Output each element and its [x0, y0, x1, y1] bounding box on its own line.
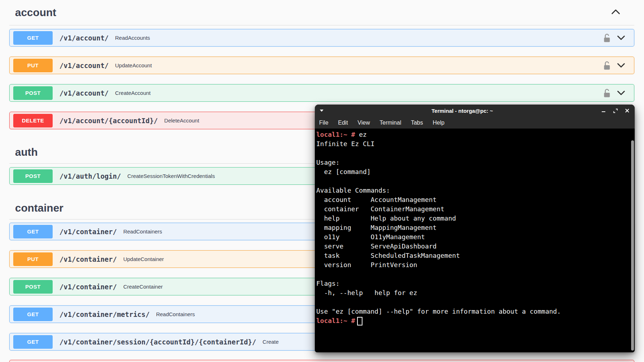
maximize-icon[interactable]	[613, 108, 618, 113]
endpoint-path: /v1/container/	[59, 255, 117, 263]
terminal-prompt-line: local1:~ #	[316, 316, 633, 325]
method-badge: DELETE	[13, 114, 53, 127]
endpoint-summary: ReadContainers	[156, 311, 195, 317]
terminal-line: help Help about any command	[316, 214, 633, 223]
screen: account GET /v1/account/ ReadAccounts PU…	[0, 0, 644, 362]
method-badge: PUT	[13, 252, 53, 266]
terminal-line	[316, 298, 633, 307]
endpoint-summary: CreateSessionTokenWithCredentials	[128, 173, 215, 179]
shell-prompt: local1:~ #	[316, 131, 355, 138]
terminal-output[interactable]: local1:~ # ez Infinite Ez CLI Usage: ez …	[315, 129, 635, 352]
close-icon[interactable]	[625, 108, 630, 113]
operation-row-put-account[interactable]: PUT /v1/account/ UpdateAccount	[9, 57, 634, 74]
terminal-line: Available Commands:	[316, 186, 633, 195]
terminal-titlebar[interactable]: Terminal - ntorga@pc: ~	[315, 105, 635, 117]
minimize-icon[interactable]	[601, 108, 606, 113]
endpoint-path: /v1/container/session/{accountId}/{conta…	[59, 338, 256, 346]
terminal-line	[316, 177, 633, 186]
window-controls	[601, 108, 630, 113]
endpoint-summary: ReadContainers	[123, 228, 162, 235]
endpoint-path: /v1/account/{accountId}/	[59, 117, 158, 125]
method-badge: GET	[13, 335, 53, 349]
menu-file[interactable]: File	[319, 120, 328, 126]
section-header-account[interactable]: account	[9, 2, 634, 23]
menu-view[interactable]: View	[357, 120, 370, 126]
terminal-line: Use "ez [command] --help" for more infor…	[316, 307, 633, 316]
terminal-line: task ScheduledTaskManagement	[316, 251, 633, 260]
terminal-command-line: local1:~ # ez	[316, 130, 633, 139]
section-title-auth: auth	[15, 146, 38, 158]
endpoint-path: /v1/account/	[59, 62, 109, 69]
chevron-down-icon[interactable]	[616, 62, 626, 69]
chevron-up-icon[interactable]	[610, 8, 621, 18]
terminal-line: -h, --help help for ez	[316, 288, 633, 298]
chevron-down-icon[interactable]	[616, 89, 626, 97]
terminal-line	[316, 270, 633, 279]
endpoint-path: /v1/account/	[59, 34, 109, 42]
endpoint-summary: Create	[263, 339, 279, 345]
window-menu-dropdown-icon[interactable]	[320, 110, 323, 112]
section-divider	[9, 25, 634, 25]
typed-command: ez	[359, 131, 367, 138]
endpoint-summary: DeleteAccount	[164, 117, 200, 124]
method-badge: POST	[13, 169, 53, 183]
method-badge: POST	[13, 280, 53, 294]
unlocked-padlock-icon[interactable]	[603, 88, 611, 98]
endpoint-path: /v1/container/	[59, 228, 117, 236]
menu-terminal[interactable]: Terminal	[380, 120, 401, 126]
chevron-down-icon[interactable]	[616, 34, 626, 42]
terminal-line: container ContainerManagement	[316, 204, 633, 214]
method-badge: GET	[13, 31, 53, 45]
operation-row-delete-container-partial[interactable]	[9, 360, 634, 362]
unlocked-padlock-icon[interactable]	[603, 61, 611, 71]
shell-prompt: local1:~ #	[316, 317, 355, 324]
terminal-cursor	[357, 317, 362, 325]
method-badge: GET	[13, 225, 53, 238]
endpoint-summary: CreateAccount	[115, 90, 150, 96]
terminal-menubar: File Edit View Terminal Tabs Help	[315, 117, 635, 129]
terminal-line: serve ServeApiDashboard	[316, 242, 633, 251]
endpoint-summary: ReadAccounts	[115, 35, 150, 41]
menu-tabs[interactable]: Tabs	[411, 120, 423, 126]
terminal-line: Infinite Ez CLI	[316, 139, 633, 149]
terminal-line: Flags:	[316, 279, 633, 288]
menu-edit[interactable]: Edit	[338, 120, 348, 126]
endpoint-summary: UpdateAccount	[115, 62, 152, 68]
endpoint-path: /v1/container/	[59, 283, 117, 291]
terminal-line: ez [command]	[316, 167, 633, 177]
method-badge: GET	[13, 308, 53, 321]
method-badge: POST	[13, 86, 53, 100]
terminal-window: Terminal - ntorga@pc: ~ File Edit View T…	[315, 105, 635, 352]
terminal-line: account AccountManagement	[316, 195, 633, 204]
terminal-line: Usage:	[316, 158, 633, 167]
method-badge: PUT	[13, 59, 53, 72]
unlocked-padlock-icon[interactable]	[603, 33, 611, 43]
operation-row-post-account[interactable]: POST /v1/account/ CreateAccount	[9, 84, 634, 102]
endpoint-path: /v1/account/	[59, 89, 109, 97]
terminal-line: version PrintVersion	[316, 260, 633, 270]
endpoint-path: /v1/auth/login/	[59, 172, 121, 180]
endpoint-path: /v1/container/metrics/	[59, 310, 150, 318]
section-title-account: account	[15, 6, 56, 19]
section-title-container: container	[15, 202, 63, 214]
terminal-line	[316, 149, 633, 158]
terminal-window-title: Terminal - ntorga@pc: ~	[323, 108, 601, 114]
endpoint-summary: UpdateContainer	[123, 256, 164, 262]
terminal-scrollbar[interactable]	[631, 140, 634, 351]
terminal-line: mapping MappingManagement	[316, 223, 633, 232]
menu-help[interactable]: Help	[433, 120, 444, 126]
endpoint-summary: CreateContainer	[123, 284, 163, 290]
terminal-line: o11y O11yManagement	[316, 232, 633, 242]
operation-row-get-account[interactable]: GET /v1/account/ ReadAccounts	[9, 29, 634, 47]
